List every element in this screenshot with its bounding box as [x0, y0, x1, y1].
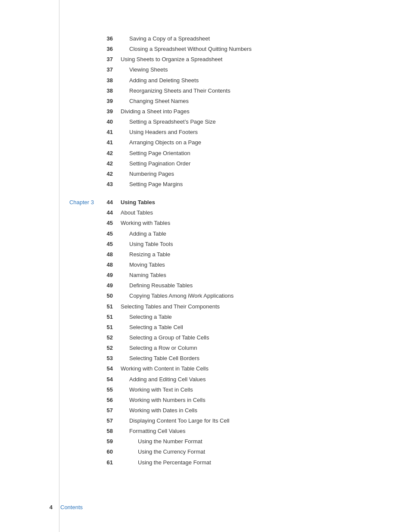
toc-entry: 51Selecting Tables and Their Components	[60, 302, 353, 311]
entry-text: Selecting a Row or Column	[121, 344, 353, 352]
toc-entry: 49Naming Tables	[60, 271, 353, 280]
entry-text: Setting Pagination Order	[121, 159, 353, 168]
page-number: 52	[99, 344, 121, 352]
entry-text: Using the Number Format	[121, 437, 353, 446]
toc-entry: 41Using Headers and Footers	[60, 128, 353, 137]
toc-entry: 52Selecting a Row or Column	[60, 344, 353, 352]
vertical-divider	[59, 0, 59, 532]
toc-entry: 42Setting Page Orientation	[60, 149, 353, 158]
entry-text: Selecting Tables and Their Components	[121, 302, 353, 311]
page-number: 56	[99, 396, 121, 404]
entry-text: Moving Tables	[121, 261, 353, 269]
entry-text: Copying Tables Among iWork Applications	[121, 292, 353, 300]
page-number: 45	[99, 230, 121, 238]
toc-entry: 37Using Sheets to Organize a Spreadsheet	[60, 55, 353, 64]
page-number: 57	[99, 417, 121, 425]
page-number: 55	[99, 386, 121, 394]
entry-text: Working with Text in Cells	[121, 386, 353, 394]
entry-text: Working with Tables	[121, 219, 353, 227]
toc-entry: 45Working with Tables	[60, 219, 353, 227]
entry-text: Changing Sheet Names	[121, 97, 353, 106]
entry-text: Setting a Spreadsheet’s Page Size	[121, 118, 353, 126]
page-number: 49	[99, 281, 121, 290]
page-number: 49	[99, 271, 121, 280]
page-number: 36	[99, 45, 121, 53]
entry-text: Using Sheets to Organize a Spreadsheet	[121, 55, 353, 64]
page-number: 42	[99, 170, 121, 178]
page-number: 50	[99, 292, 121, 300]
page-number: 48	[99, 250, 121, 259]
entry-text: Adding and Editing Cell Values	[121, 375, 353, 384]
entry-text: Resizing a Table	[121, 250, 353, 259]
toc-section-top: 36Saving a Copy of a Spreadsheet36Closin…	[60, 34, 353, 189]
page-number: 45	[99, 219, 121, 227]
entry-text: Closing a Spreadsheet Without Quitting N…	[121, 45, 353, 53]
toc-entry: 51Selecting a Table Cell	[60, 323, 353, 332]
toc-entry: 38Adding and Deleting Sheets	[60, 76, 353, 85]
page-number: 48	[99, 261, 121, 269]
entry-text: About Tables	[121, 208, 353, 217]
entry-text: Working with Numbers in Cells	[121, 396, 353, 404]
page-number: 52	[99, 333, 121, 342]
page-number: 53	[99, 354, 121, 363]
toc-entry: 45Adding a Table	[60, 230, 353, 238]
toc-section-bottom: 44About Tables45Working with Tables45Add…	[60, 208, 353, 467]
toc-entry: 41Arranging Objects on a Page	[60, 138, 353, 147]
entry-text: Naming Tables	[121, 271, 353, 280]
page-number: 60	[99, 448, 121, 456]
chapter3-title: Using Tables	[121, 198, 353, 207]
toc-entry: 36Closing a Spreadsheet Without Quitting…	[60, 45, 353, 53]
toc-entry: 42Setting Pagination Order	[60, 159, 353, 168]
page-footer: 4 Contents	[0, 504, 411, 510]
page-number: 42	[99, 149, 121, 158]
toc-entry: 59Using the Number Format	[60, 437, 353, 446]
entry-text: Formatting Cell Values	[121, 427, 353, 436]
toc-entry: 48Moving Tables	[60, 261, 353, 269]
page-number: 43	[99, 180, 121, 189]
toc-entry: 40Setting a Spreadsheet’s Page Size	[60, 118, 353, 126]
entry-text: Selecting a Table Cell	[121, 323, 353, 332]
entry-text: Selecting a Group of Table Cells	[121, 333, 353, 342]
page: 36Saving a Copy of a Spreadsheet36Closin…	[0, 0, 411, 532]
toc-entry: 51Selecting a Table	[60, 313, 353, 321]
chapter3-page: 44	[99, 198, 121, 207]
page-number: 54	[99, 364, 121, 373]
entry-text: Selecting Table Cell Borders	[121, 354, 353, 363]
entry-text: Numbering Pages	[121, 170, 353, 178]
toc-entry: 39Dividing a Sheet into Pages	[60, 107, 353, 116]
toc-entry: 45Using Table Tools	[60, 240, 353, 249]
page-number: 57	[99, 406, 121, 415]
toc-entry: 42Numbering Pages	[60, 170, 353, 178]
entry-text: Using the Percentage Format	[121, 458, 353, 467]
entry-text: Using Table Tools	[121, 240, 353, 249]
entry-text: Using Headers and Footers	[121, 128, 353, 137]
toc-entry: 36Saving a Copy of a Spreadsheet	[60, 34, 353, 43]
page-number: 39	[99, 107, 121, 116]
toc-entry: 50Copying Tables Among iWork Application…	[60, 292, 353, 300]
toc-entry: 58Formatting Cell Values	[60, 427, 353, 436]
entry-text: Saving a Copy of a Spreadsheet	[121, 34, 353, 43]
toc-entry: 52Selecting a Group of Table Cells	[60, 333, 353, 342]
page-number: 44	[99, 208, 121, 217]
toc-entry: 43Setting Page Margins	[60, 180, 353, 189]
toc-entry: 53Selecting Table Cell Borders	[60, 354, 353, 363]
page-number: 39	[99, 97, 121, 106]
footer-page-num: 4	[0, 504, 60, 510]
chapter3-row: Chapter 3 44 Using Tables	[60, 198, 353, 207]
toc-entry: 60Using the Currency Format	[60, 448, 353, 456]
entry-text: Adding a Table	[121, 230, 353, 238]
page-number: 45	[99, 240, 121, 249]
page-number: 38	[99, 76, 121, 85]
entry-text: Working with Content in Table Cells	[121, 364, 353, 373]
page-number: 51	[99, 323, 121, 332]
entry-text: Reorganizing Sheets and Their Contents	[121, 87, 353, 95]
toc-entry: 44About Tables	[60, 208, 353, 217]
toc-entry: 57Displaying Content Too Large for Its C…	[60, 417, 353, 425]
page-number: 58	[99, 427, 121, 436]
entry-text: Viewing Sheets	[121, 65, 353, 74]
chapter3-label: Chapter 3	[60, 198, 99, 207]
page-number: 54	[99, 375, 121, 384]
page-number: 40	[99, 118, 121, 126]
entry-text: Dividing a Sheet into Pages	[121, 107, 353, 116]
entry-text: Defining Reusable Tables	[121, 281, 353, 290]
